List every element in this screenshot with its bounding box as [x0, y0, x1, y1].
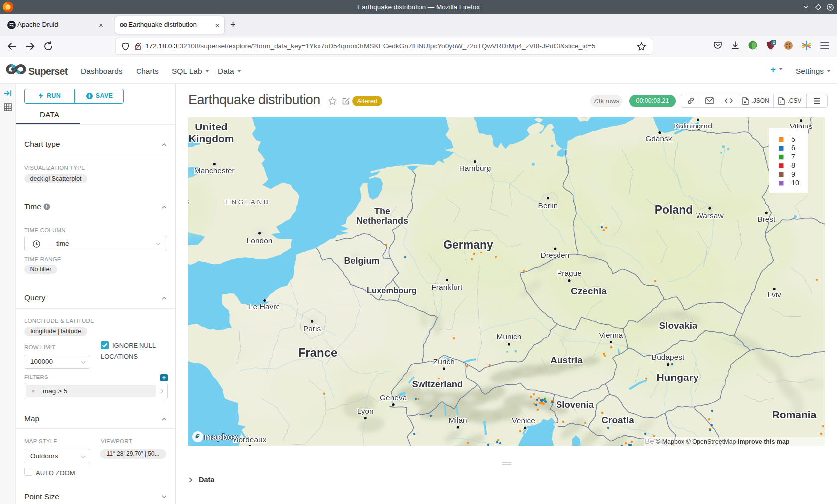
svg-text:Zurich: Zurich	[433, 357, 455, 366]
svg-text:Brest: Brest	[757, 215, 776, 223]
svg-text:10: 10	[791, 179, 799, 187]
svg-text:7: 7	[791, 153, 795, 161]
svg-text:Venice: Venice	[512, 416, 535, 425]
svg-text:Switzerland: Switzerland	[412, 379, 463, 389]
svg-text:Poland: Poland	[655, 203, 693, 216]
svg-text:Gdansk: Gdansk	[645, 134, 672, 143]
svg-text:Lyon: Lyon	[357, 407, 374, 415]
svg-text:Budapest: Budapest	[652, 353, 685, 361]
svg-text:Slovakia: Slovakia	[659, 320, 698, 331]
svg-text:Hungary: Hungary	[656, 372, 699, 383]
svg-text:Paris: Paris	[303, 324, 321, 333]
svg-text:Romania: Romania	[772, 409, 817, 420]
svg-text:5: 5	[791, 135, 795, 143]
svg-text:Geneva: Geneva	[380, 393, 407, 402]
svg-text:Hamburg: Hamburg	[459, 164, 491, 172]
svg-text:Vienna: Vienna	[599, 331, 623, 339]
svg-text:Milan: Milan	[449, 416, 467, 424]
svg-text:Lviv: Lviv	[767, 290, 781, 299]
svg-text:Slovenia: Slovenia	[556, 399, 594, 410]
svg-text:Dresden: Dresden	[541, 251, 570, 259]
svg-text:Frankfurt: Frankfurt	[431, 283, 463, 291]
svg-text:Prague: Prague	[557, 269, 582, 277]
svg-text:© Mapbox © OpenStreetMap Impro: © Mapbox © OpenStreetMap Improve this ma…	[656, 438, 790, 445]
svg-text:9: 9	[791, 170, 795, 178]
svg-text:Croatia: Croatia	[601, 415, 634, 425]
svg-text:Kaliningrad: Kaliningrad	[674, 122, 712, 130]
svg-text:8: 8	[791, 161, 795, 169]
svg-text:ENGLAND: ENGLAND	[225, 198, 270, 206]
svg-text:Belgium: Belgium	[344, 256, 379, 266]
svg-text:x: x	[780, 100, 782, 104]
svg-text:Luxembourg: Luxembourg	[367, 286, 417, 295]
svg-text:Munich: Munich	[497, 332, 522, 341]
svg-text:The: The	[374, 206, 390, 216]
svg-text:Bordeaux: Bordeaux	[233, 435, 267, 444]
svg-text:Manchester: Manchester	[194, 166, 235, 175]
svg-text:Le Havre: Le Havre	[249, 302, 280, 311]
svg-text:United: United	[195, 121, 227, 132]
svg-text:6: 6	[791, 144, 795, 152]
svg-text:Berlin: Berlin	[538, 201, 558, 210]
svg-text:Czechia: Czechia	[571, 286, 607, 296]
svg-text:ES: ES	[188, 198, 191, 206]
svg-text:Kingdom: Kingdom	[189, 133, 234, 144]
svg-text:France: France	[298, 346, 338, 359]
svg-text:Germany: Germany	[443, 238, 493, 251]
svg-text:Netherlands: Netherlands	[356, 216, 408, 226]
svg-text:Austria: Austria	[550, 355, 583, 365]
svg-text:mapbox: mapbox	[204, 432, 238, 442]
svg-text:London: London	[247, 236, 273, 245]
svg-text:Warsaw: Warsaw	[696, 211, 724, 220]
svg-text:2: 2	[773, 40, 775, 45]
